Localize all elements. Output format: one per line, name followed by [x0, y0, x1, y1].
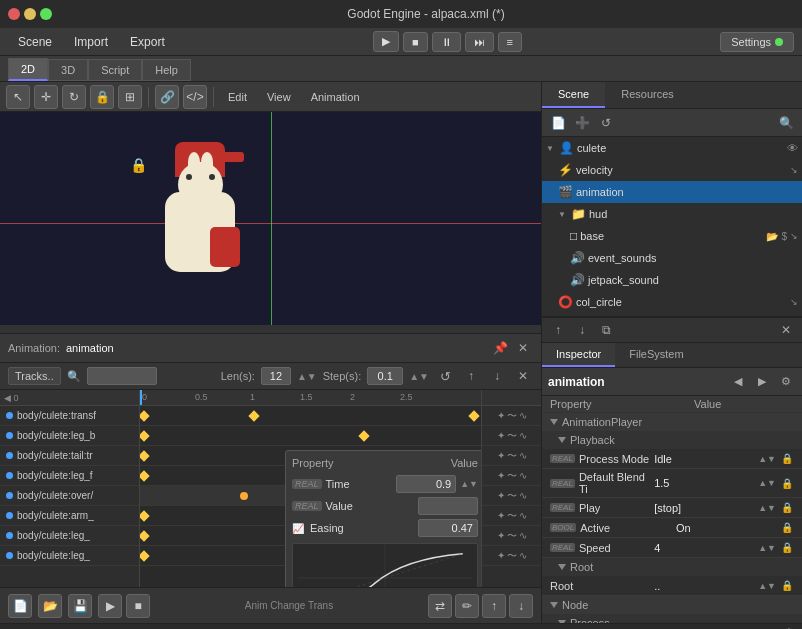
anim-play-btn[interactable]: ▶: [98, 594, 122, 618]
arrows-speed[interactable]: ▲▼: [758, 543, 776, 553]
insp-section-animationplayer[interactable]: AnimationPlayer: [542, 413, 802, 431]
scene-dup-btn[interactable]: ⧉: [596, 320, 616, 340]
tab-help[interactable]: Help: [142, 59, 191, 81]
tree-item-base[interactable]: □ base 📂 $ ↘: [542, 225, 802, 247]
track-add-0[interactable]: ✦: [497, 410, 505, 421]
len-value[interactable]: [261, 367, 291, 385]
track-add-5[interactable]: ✦: [497, 510, 505, 521]
track-add-4[interactable]: ✦: [497, 490, 505, 501]
track-wave-3[interactable]: ∿: [519, 470, 527, 481]
insp-prev-btn[interactable]: ◀: [728, 372, 748, 392]
lock-play[interactable]: 🔒: [780, 501, 794, 515]
arrows-process-mode[interactable]: ▲▼: [758, 454, 776, 464]
anim-close-btn[interactable]: ✕: [513, 338, 533, 358]
track-wave-5[interactable]: ∿: [519, 510, 527, 521]
eye-icon-culete[interactable]: 👁: [787, 142, 798, 154]
keyframe-5-0[interactable]: [140, 510, 150, 521]
track-add-7[interactable]: ✦: [497, 550, 505, 561]
insp-subsection-root[interactable]: Root: [542, 558, 802, 576]
track-add-6[interactable]: ✦: [497, 530, 505, 541]
tree-item-event-sounds[interactable]: 🔊 event_sounds: [542, 247, 802, 269]
tab-filesystem[interactable]: FileSystem: [615, 343, 697, 367]
close-button[interactable]: [8, 8, 20, 20]
keyframe-1-0[interactable]: [140, 430, 150, 441]
lock-blend-time[interactable]: 🔒: [780, 476, 794, 490]
maximize-button[interactable]: [40, 8, 52, 20]
minimize-button[interactable]: [24, 8, 36, 20]
len-arrows[interactable]: ▲▼: [297, 371, 317, 382]
menu-button[interactable]: ≡: [498, 32, 522, 52]
keyframe-6-0[interactable]: [140, 530, 150, 541]
viewport-scrollbar[interactable]: [0, 325, 541, 333]
anim-stop-btn[interactable]: ■: [126, 594, 150, 618]
keyframe-0-2[interactable]: [468, 410, 479, 421]
arrows-blend-time[interactable]: ▲▼: [758, 478, 776, 488]
keyframe-0-0[interactable]: [140, 410, 150, 421]
scene-down-btn[interactable]: ↓: [572, 320, 592, 340]
keyframe-4-0[interactable]: [240, 492, 248, 500]
menu-export[interactable]: Export: [120, 32, 175, 52]
track-wave-4[interactable]: ∿: [519, 490, 527, 501]
scene-up-btn[interactable]: ↑: [548, 320, 568, 340]
playhead[interactable]: [140, 390, 142, 405]
edit-menu[interactable]: Edit: [220, 88, 255, 106]
track-wave-2[interactable]: ∿: [519, 450, 527, 461]
lock-speed[interactable]: 🔒: [780, 541, 794, 555]
keyframe-1-1[interactable]: [358, 430, 369, 441]
keyframe-2-0[interactable]: [140, 450, 150, 461]
animation-menu[interactable]: Animation: [303, 88, 368, 106]
tree-item-hud[interactable]: ▼ 📁 hud: [542, 203, 802, 225]
code-tool[interactable]: </>: [183, 85, 207, 109]
anim-folder-btn[interactable]: 📂: [38, 594, 62, 618]
anim-pencil-btn[interactable]: ✏: [455, 594, 479, 618]
arrows-play[interactable]: ▲▼: [758, 503, 776, 513]
tab-3d[interactable]: 3D: [48, 59, 88, 81]
tree-item-col-circle[interactable]: ⭕ col_circle ↘: [542, 291, 802, 313]
insp-next-btn[interactable]: ▶: [752, 372, 772, 392]
track-curve-4[interactable]: 〜: [507, 489, 517, 503]
keyframe-0-1[interactable]: [248, 410, 259, 421]
group-tool[interactable]: ⊞: [118, 85, 142, 109]
menu-scene[interactable]: Scene: [8, 32, 62, 52]
track-wave-0[interactable]: ∿: [519, 410, 527, 421]
tab-script[interactable]: Script: [88, 59, 142, 81]
kf-arrows-time[interactable]: ▲▼: [460, 479, 478, 489]
lock-tool[interactable]: 🔒: [90, 85, 114, 109]
move-tool[interactable]: ✛: [34, 85, 58, 109]
scene-add-btn[interactable]: 📄: [548, 113, 568, 133]
stop-button[interactable]: ■: [403, 32, 428, 52]
step-arrows[interactable]: ▲▼: [409, 371, 429, 382]
link-tool[interactable]: 🔗: [155, 85, 179, 109]
eye-icon-col-circle[interactable]: ↘: [790, 297, 798, 307]
anim-save-btn[interactable]: 💾: [68, 594, 92, 618]
view-menu[interactable]: View: [259, 88, 299, 106]
tree-item-animation[interactable]: 🎬 animation: [542, 181, 802, 203]
track-add-2[interactable]: ✦: [497, 450, 505, 461]
tab-2d[interactable]: 2D: [8, 58, 48, 81]
track-wave-7[interactable]: ∿: [519, 550, 527, 561]
rotate-tool[interactable]: ↻: [62, 85, 86, 109]
anim-down-btn[interactable]: ↓: [487, 366, 507, 386]
insp-gear-btn[interactable]: ⚙: [776, 372, 796, 392]
step-button[interactable]: ⏭: [465, 32, 494, 52]
tree-item-jetpack-sound[interactable]: 🔊 jetpack_sound: [542, 269, 802, 291]
keyframe-3-0[interactable]: [140, 470, 150, 481]
track-curve-3[interactable]: 〜: [507, 469, 517, 483]
track-curve-1[interactable]: 〜: [507, 429, 517, 443]
tab-inspector[interactable]: Inspector: [542, 343, 615, 367]
lock-process-mode[interactable]: 🔒: [780, 452, 794, 466]
play-button[interactable]: ▶: [373, 31, 399, 52]
anim-nav-up-btn[interactable]: ↑: [482, 594, 506, 618]
tree-item-culete[interactable]: ▼ 👤 culete 👁: [542, 137, 802, 159]
lock-active[interactable]: 🔒: [780, 521, 794, 535]
anim-shuffle-btn[interactable]: ⇄: [428, 594, 452, 618]
insp-subsection-playback[interactable]: Playback: [542, 431, 802, 449]
track-curve-7[interactable]: 〜: [507, 549, 517, 563]
search-input[interactable]: [87, 367, 157, 385]
arrows-root[interactable]: ▲▼: [758, 581, 776, 591]
track-add-1[interactable]: ✦: [497, 430, 505, 441]
anim-nav-down-btn[interactable]: ↓: [509, 594, 533, 618]
tree-item-velocity[interactable]: ⚡ velocity ↘: [542, 159, 802, 181]
insp-section-node[interactable]: Node: [542, 596, 802, 614]
track-wave-1[interactable]: ∿: [519, 430, 527, 441]
